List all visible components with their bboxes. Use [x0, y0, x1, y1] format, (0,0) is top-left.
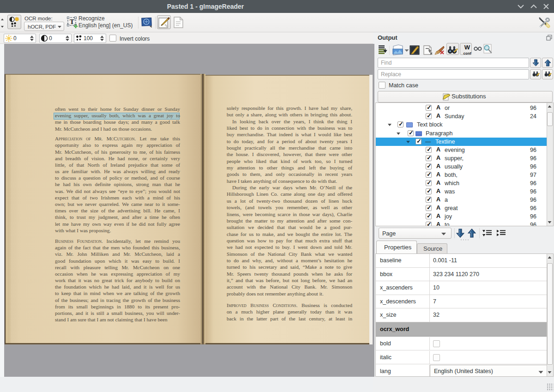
svg-text:T: T — [70, 18, 74, 25]
